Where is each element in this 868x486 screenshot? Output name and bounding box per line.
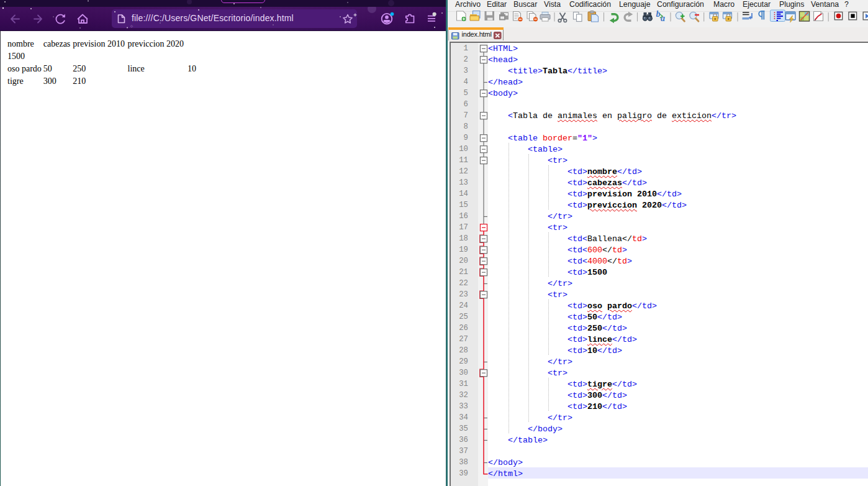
svg-text:b: b [656, 9, 661, 19]
